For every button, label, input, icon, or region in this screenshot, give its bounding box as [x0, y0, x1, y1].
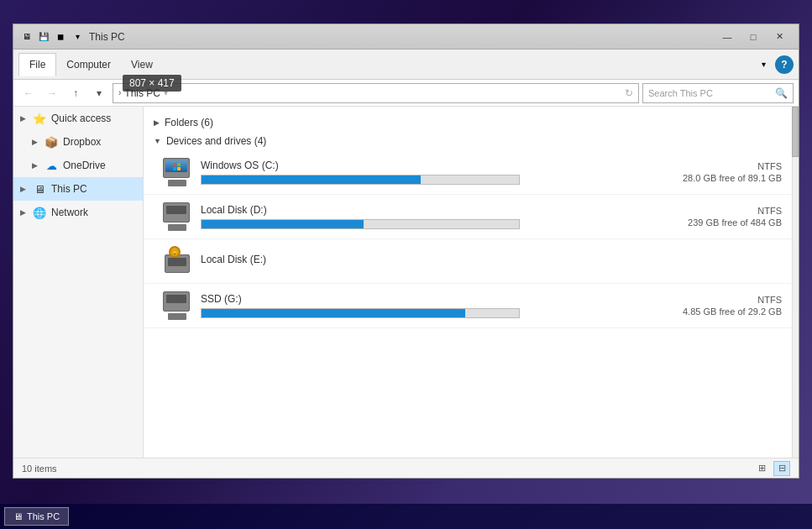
drive-c-icon [160, 157, 194, 187]
drive-g-info: SSD (G:) [194, 293, 614, 318]
drive-c-name: Windows OS (C:) [201, 160, 614, 171]
close-button[interactable]: ✕ [767, 29, 792, 45]
thispc-icon: 🖥 [32, 181, 47, 196]
sidebar: ▶ ⭐ Quick access ▶ 📦 Dropbox ▶ ☁ OneDriv… [13, 107, 144, 458]
scrollbar-thumb[interactable] [792, 107, 799, 157]
ribbon: File Computer View ▾ ? [13, 50, 799, 80]
devices-section-header[interactable]: ▼ Devices and drives (4) [144, 132, 799, 150]
drive-e-meta [614, 260, 782, 262]
vertical-scrollbar[interactable] [792, 107, 799, 458]
help-button[interactable]: ? [775, 55, 794, 74]
address-input[interactable]: › This PC ▾ ↻ [113, 83, 639, 103]
network-arrow: ▶ [20, 208, 30, 217]
up-button[interactable]: ↑ [65, 83, 86, 103]
drive-e-info: Local Disk (E:) [194, 254, 614, 269]
drive-g-bar [201, 308, 520, 318]
drive-d[interactable]: Local Disk (D:) NTFS 239 GB free of 484 … [144, 195, 799, 239]
drive-g-meta: NTFS 4.85 GB free of 29.2 GB [614, 295, 782, 317]
drive-g-space: 4.85 GB free of 29.2 GB [631, 306, 782, 317]
dropbox-label: Dropbox [63, 136, 101, 148]
recent-locations-button[interactable]: ▾ [89, 83, 109, 103]
drive-d-fs: NTFS [631, 206, 782, 216]
devices-chevron: ▼ [154, 137, 161, 145]
onedrive-label: OneDrive [63, 160, 106, 171]
network-label: Network [51, 207, 88, 218]
taskbar: 🖥 This PC [0, 504, 812, 529]
monitor-icon: 🖥 [20, 30, 34, 44]
tab-computer[interactable]: Computer [56, 54, 121, 76]
sidebar-item-thispc[interactable]: ▶ 🖥 This PC [13, 177, 143, 201]
forward-button[interactable]: → [42, 83, 62, 103]
drive-e[interactable]: 🔒 Local Disk (E:) [144, 239, 799, 284]
minimize-button[interactable]: — [715, 29, 740, 45]
drive-g-bar-fill [202, 309, 465, 317]
sidebar-item-onedrive[interactable]: ▶ ☁ OneDrive [13, 154, 143, 177]
drive-c[interactable]: Windows OS (C:) NTFS 28.0 GB free of 89.… [144, 150, 799, 195]
menu-icon: ◼ [54, 30, 67, 44]
tab-file[interactable]: File [18, 53, 56, 76]
dropdown-arrow-icon: ▾ [71, 30, 84, 44]
dropbox-icon: 📦 [44, 134, 59, 149]
drive-d-name: Local Disk (D:) [201, 204, 614, 216]
drive-d-icon [160, 202, 194, 232]
quick-access-icon: ⭐ [32, 111, 47, 126]
onedrive-arrow: ▶ [32, 161, 42, 170]
folders-chevron: ▶ [154, 118, 160, 127]
folders-title: Folders (6) [165, 117, 213, 128]
drive-d-bar [201, 219, 520, 229]
address-text: This PC [124, 87, 160, 99]
search-box[interactable]: Search This PC 🔍 [642, 83, 794, 103]
onedrive-icon: ☁ [44, 158, 59, 173]
taskbar-explorer-label: This PC [27, 511, 60, 521]
drive-d-meta: NTFS 239 GB free of 484 GB [614, 206, 782, 228]
back-button[interactable]: ← [18, 83, 39, 103]
save-icon: 💾 [37, 30, 50, 44]
window-controls: — □ ✕ [715, 29, 792, 45]
drive-d-space: 239 GB free of 484 GB [631, 217, 782, 228]
drive-g-name: SSD (G:) [201, 293, 614, 305]
address-refresh-icon[interactable]: ↻ [625, 87, 633, 99]
drive-g-icon [160, 291, 194, 321]
maximize-button[interactable]: □ [741, 29, 766, 45]
window-title: This PC [89, 31, 715, 43]
item-count: 10 items [22, 464, 57, 474]
quick-access-arrow: ▶ [20, 114, 30, 123]
search-placeholder: Search This PC [648, 88, 775, 98]
file-explorer-window: 🖥 💾 ◼ ▾ This PC 807 × 417 — □ ✕ File Com… [13, 24, 799, 479]
folders-section-header[interactable]: ▶ Folders (6) [144, 113, 799, 132]
address-dropdown-icon: ▾ [164, 88, 168, 97]
drive-d-bar-fill [202, 220, 364, 228]
thispc-arrow: ▶ [20, 185, 30, 193]
details-view-button[interactable]: ⊞ [753, 461, 770, 476]
taskbar-explorer-item[interactable]: 🖥 This PC [4, 507, 69, 526]
ribbon-right-controls: ▾ ? [755, 55, 794, 74]
breadcrumb-arrow: › [118, 88, 121, 97]
network-icon: 🌐 [32, 205, 47, 220]
drive-e-icon: 🔒 [160, 246, 194, 276]
drive-e-name: Local Disk (E:) [201, 254, 614, 265]
view-toggle-buttons: ⊞ ⊟ [753, 461, 790, 476]
addressbar: ← → ↑ ▾ › This PC ▾ ↻ Search This PC 🔍 [13, 80, 799, 107]
statusbar: 10 items ⊞ ⊟ [13, 458, 799, 478]
taskbar-explorer-icon: 🖥 [13, 511, 23, 521]
drive-c-bar-fill [202, 175, 421, 184]
quick-access-label: Quick access [51, 113, 111, 124]
drive-c-info: Windows OS (C:) [194, 160, 614, 185]
devices-title: Devices and drives (4) [166, 135, 266, 147]
drive-c-meta: NTFS 28.0 GB free of 89.1 GB [614, 161, 782, 183]
sidebar-item-network[interactable]: ▶ 🌐 Network [13, 201, 143, 224]
content-pane: ▶ Folders (6) ▼ Devices and drives (4) [144, 107, 799, 458]
tab-view[interactable]: View [121, 54, 163, 76]
ribbon-expand-arrow[interactable]: ▾ [755, 56, 772, 73]
sidebar-item-dropbox[interactable]: ▶ 📦 Dropbox [13, 130, 143, 154]
thispc-label: This PC [51, 183, 87, 195]
dropbox-arrow: ▶ [32, 138, 42, 146]
drive-g[interactable]: SSD (G:) NTFS 4.85 GB free of 29.2 GB [144, 284, 799, 328]
titlebar-app-icons: 🖥 💾 ◼ ▾ [20, 30, 84, 44]
large-icons-view-button[interactable]: ⊟ [773, 461, 790, 476]
titlebar: 🖥 💾 ◼ ▾ This PC 807 × 417 — □ ✕ [13, 24, 799, 50]
drive-c-space: 28.0 GB free of 89.1 GB [631, 173, 782, 183]
search-icon: 🔍 [775, 87, 788, 99]
drive-c-bar [201, 175, 520, 185]
sidebar-item-quick-access[interactable]: ▶ ⭐ Quick access [13, 107, 143, 130]
